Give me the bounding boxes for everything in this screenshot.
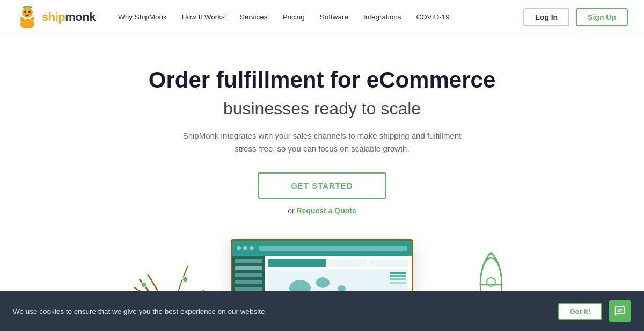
svg-rect-7 bbox=[32, 17, 34, 20]
chat-button[interactable] bbox=[609, 300, 631, 322]
logo[interactable]: shipmonk bbox=[16, 6, 96, 28]
logo-icon bbox=[16, 6, 39, 28]
svg-rect-23 bbox=[617, 311, 620, 312]
got-it-button[interactable]: Got It! bbox=[558, 303, 602, 320]
logo-text: shipmonk bbox=[42, 10, 96, 24]
chat-icon bbox=[614, 305, 626, 317]
nav-services[interactable]: Services bbox=[233, 9, 274, 25]
svg-point-15 bbox=[182, 277, 188, 282]
hero-title: Order fulfillment for eCommerce bbox=[11, 67, 633, 93]
svg-point-13 bbox=[141, 282, 147, 287]
signup-button[interactable]: Sign Up bbox=[576, 8, 628, 26]
nav-how-it-works[interactable]: How It Works bbox=[175, 9, 231, 25]
navbar: shipmonk Why ShipMonk How It Works Servi… bbox=[0, 0, 644, 34]
hero-section: Order fulfillment for eCommerce business… bbox=[0, 34, 644, 331]
svg-point-2 bbox=[24, 11, 26, 13]
hero-description: ShipMonk integrates with your sales chan… bbox=[182, 129, 462, 155]
hero-quote: or Request a Quote bbox=[11, 206, 633, 215]
nav-software[interactable]: Software bbox=[313, 9, 355, 25]
cookie-banner: We use cookies to ensure that we give yo… bbox=[0, 291, 644, 331]
request-quote-link[interactable]: Request a Quote bbox=[297, 206, 356, 215]
nav-links: Why ShipMonk How It Works Services Prici… bbox=[112, 9, 523, 25]
nav-actions: Log In Sign Up bbox=[523, 8, 628, 26]
cookie-message: We use cookies to ensure that we give yo… bbox=[13, 307, 267, 315]
nav-pricing[interactable]: Pricing bbox=[276, 9, 311, 25]
nav-why-shipmonk[interactable]: Why ShipMonk bbox=[112, 9, 173, 25]
svg-point-0 bbox=[22, 7, 33, 18]
nav-covid[interactable]: COVID-19 bbox=[410, 9, 456, 25]
nav-integrations[interactable]: Integrations bbox=[357, 9, 408, 25]
get-started-button[interactable]: GET STARTED bbox=[258, 172, 386, 199]
svg-rect-22 bbox=[617, 309, 622, 310]
db-top-bar bbox=[232, 241, 412, 256]
login-button[interactable]: Log In bbox=[523, 8, 569, 26]
hero-subtitle: businesses ready to scale bbox=[11, 99, 633, 119]
svg-point-3 bbox=[28, 11, 31, 13]
cookie-actions: Got It! bbox=[558, 300, 631, 322]
svg-rect-8 bbox=[20, 19, 24, 21]
